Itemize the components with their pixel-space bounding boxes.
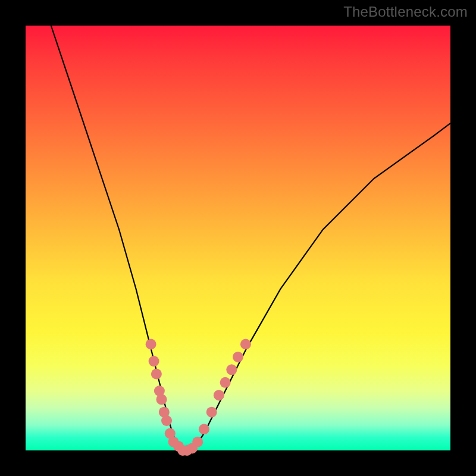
marker-dot <box>146 339 156 350</box>
watermark-text: TheBottleneck.com <box>343 4 468 20</box>
marker-dot <box>220 377 231 388</box>
curve-layer <box>26 26 450 450</box>
marker-dot <box>214 390 224 400</box>
marker-dot <box>233 352 243 362</box>
marker-dot <box>151 369 162 380</box>
chart-frame: TheBottleneck.com <box>0 0 476 476</box>
marker-dot <box>192 437 203 447</box>
marker-dot <box>199 424 209 434</box>
marker-dot <box>226 364 237 375</box>
marker-dot <box>206 407 217 418</box>
highlight-dots <box>146 339 251 456</box>
marker-dot <box>156 394 167 405</box>
bottleneck-curve <box>51 26 450 450</box>
marker-dot <box>149 356 159 367</box>
marker-dot <box>240 339 251 350</box>
marker-dot <box>161 415 172 426</box>
